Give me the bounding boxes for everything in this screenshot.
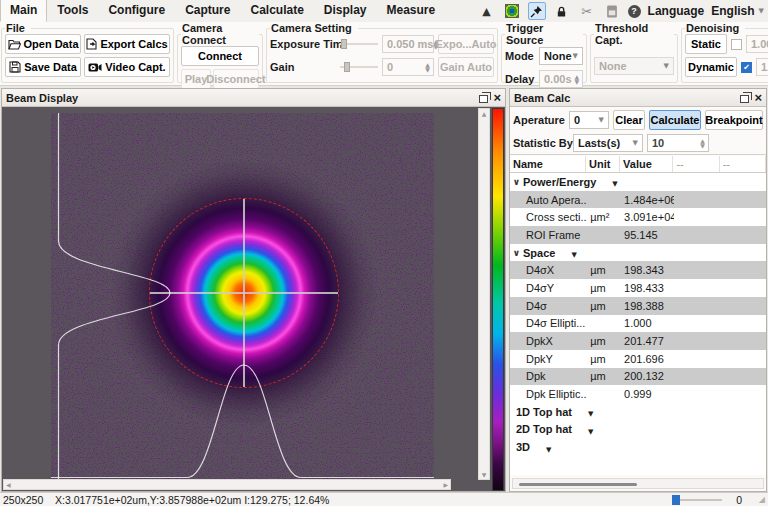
scroll-down-icon[interactable]: ▼ bbox=[482, 471, 487, 478]
cell-value: 200.132 bbox=[621, 370, 674, 382]
static-denoise-checkbox[interactable] bbox=[731, 39, 742, 50]
trigger-delay-spinbox[interactable]: 0.00s ▲▼ bbox=[539, 70, 583, 88]
table-row[interactable]: DpkXµm201.477 bbox=[510, 332, 766, 350]
export-calcs-button[interactable]: Export Calcs bbox=[84, 34, 170, 54]
help-icon[interactable]: ? bbox=[628, 5, 641, 18]
table-row[interactable]: ROI Frame95.145 bbox=[510, 226, 766, 244]
scroll-up-icon[interactable]: ▲ bbox=[482, 110, 487, 117]
group-label: 2D Top hat bbox=[516, 423, 572, 435]
screenshot-cut-icon[interactable]: ✂ bbox=[578, 2, 596, 20]
table-group-row[interactable]: 1D Top hat▼ bbox=[510, 403, 766, 421]
open-data-button[interactable]: Open Data bbox=[5, 34, 81, 54]
col-header-unit[interactable]: Unit bbox=[586, 156, 620, 172]
scroll-right-icon[interactable]: ▶ bbox=[443, 481, 448, 488]
dropdown-caret-icon[interactable]: ▼ bbox=[612, 180, 617, 188]
table-row[interactable]: D4σµm198.388 bbox=[510, 297, 766, 315]
scroll-left-icon[interactable]: ◀ bbox=[6, 481, 11, 488]
table-row[interactable]: DpkYµm201.696 bbox=[510, 350, 766, 368]
menu-tab-main[interactable]: Main bbox=[0, 0, 47, 22]
table-row[interactable]: D4σ Ellipti...1.000 bbox=[510, 315, 766, 333]
table-row[interactable]: Cross secti...µm²3.091e+04 bbox=[510, 208, 766, 226]
dynamic-denoise-spinbox[interactable]: 1.00 ▲▼ bbox=[756, 58, 768, 76]
table-row[interactable]: D4σXµm198.343 bbox=[510, 261, 766, 279]
dynamic-denoise-checkbox[interactable]: ✔ bbox=[741, 62, 752, 73]
spinner-arrows-icon[interactable]: ▲▼ bbox=[572, 74, 582, 84]
restore-window-icon[interactable] bbox=[740, 95, 749, 103]
table-row[interactable]: D4σYµm198.433 bbox=[510, 279, 766, 297]
beam-image[interactable] bbox=[51, 113, 434, 481]
menu-tab-tools[interactable]: Tools bbox=[47, 0, 98, 22]
dynamic-denoise-button[interactable]: Dynamic bbox=[685, 57, 737, 77]
table-group-row[interactable]: 2D Top hat▼ bbox=[510, 421, 766, 439]
spinner-arrows-icon[interactable]: ▲▼ bbox=[697, 138, 708, 148]
video-capture-button[interactable]: Video Capt. bbox=[84, 57, 170, 77]
beam-calc-header[interactable]: Beam Calc × bbox=[510, 89, 766, 107]
clear-button[interactable]: Clear bbox=[613, 110, 645, 130]
dropdown-caret-icon[interactable]: ▼ bbox=[588, 428, 593, 436]
exposure-spinbox[interactable]: 0.050 ms ▲▼ bbox=[382, 35, 434, 53]
col-header-extra1[interactable]: -- bbox=[673, 156, 719, 172]
breakpoint-button[interactable]: Breakpoint bbox=[705, 110, 763, 130]
col-header-value[interactable]: Value bbox=[620, 156, 673, 172]
gain-slider-handle[interactable] bbox=[344, 62, 350, 72]
exposure-slider-handle[interactable] bbox=[341, 39, 347, 49]
expander-icon[interactable]: ∨ bbox=[510, 248, 523, 258]
static-denoise-button[interactable]: Static bbox=[685, 34, 727, 54]
threshold-select[interactable]: None ▼ bbox=[594, 57, 674, 75]
beam-color-icon[interactable] bbox=[503, 2, 521, 20]
gain-slider[interactable] bbox=[340, 60, 378, 74]
lock-icon[interactable] bbox=[553, 2, 571, 20]
static-denoise-value: 1.00 bbox=[751, 38, 768, 50]
table-group-row[interactable]: ∨Power/Energy▼ bbox=[510, 173, 766, 191]
close-icon[interactable]: × bbox=[754, 93, 762, 103]
horizontal-scrollbar[interactable]: ◀▶ bbox=[3, 479, 451, 490]
table-group-row[interactable]: 3D▼ bbox=[510, 438, 766, 456]
menu-tab-display[interactable]: Display bbox=[314, 0, 377, 22]
dropdown-caret-icon[interactable]: ▼ bbox=[546, 446, 551, 454]
trigger-mode-select[interactable]: None ▼ bbox=[539, 47, 583, 65]
connect-button[interactable]: Connect bbox=[181, 46, 259, 66]
spinner-arrows-icon[interactable]: ▲▼ bbox=[422, 62, 433, 72]
menu-tab-measure[interactable]: Measure bbox=[377, 0, 446, 22]
table-row[interactable]: Dpk Elliptic...0.999 bbox=[510, 385, 766, 403]
menu-tab-configure[interactable]: Configure bbox=[98, 0, 175, 22]
table-horizontal-scrollbar[interactable] bbox=[512, 478, 764, 489]
exposure-auto-button[interactable]: Expo...Auto bbox=[438, 34, 494, 54]
statistic-count-spinbox[interactable]: 10 ▲▼ bbox=[647, 134, 709, 152]
col-header-name[interactable]: Name bbox=[510, 156, 586, 172]
menu-tab-capture[interactable]: Capture bbox=[175, 0, 240, 22]
expander-icon[interactable]: ∨ bbox=[510, 177, 523, 187]
table-group-row[interactable]: ∨Space▼ bbox=[510, 244, 766, 262]
zoom-slider-handle[interactable] bbox=[672, 495, 680, 505]
table-row[interactable]: Dpkµm200.132 bbox=[510, 368, 766, 386]
statistic-by-select[interactable]: Lasts(s) ▼ bbox=[573, 134, 643, 152]
beam-color-glyph bbox=[505, 4, 519, 18]
beam-display-header[interactable]: Beam Display × bbox=[2, 89, 505, 107]
image-save-icon[interactable] bbox=[603, 2, 621, 20]
language-select[interactable]: English ▼ bbox=[711, 4, 764, 18]
dropdown-caret-icon[interactable]: ▼ bbox=[571, 251, 576, 259]
calculate-button[interactable]: Calculate bbox=[649, 110, 701, 130]
beam-display-viewport[interactable]: ▲▼ ◀▶ bbox=[2, 107, 505, 491]
resize-grip-icon[interactable]: ◢ bbox=[759, 495, 765, 504]
trigger-mode-value: None bbox=[544, 50, 573, 62]
zoom-slider[interactable] bbox=[672, 499, 722, 501]
exposure-slider[interactable] bbox=[340, 37, 378, 51]
aperature-select[interactable]: 0 ▼ bbox=[569, 111, 609, 129]
static-denoise-spinbox[interactable]: 1.00 ▲▼ bbox=[746, 35, 768, 53]
col-header-extra2[interactable]: -- bbox=[720, 156, 766, 172]
save-data-button[interactable]: Save Data bbox=[5, 57, 81, 77]
cell-name: Dpk Elliptic... bbox=[510, 388, 587, 400]
scrollbar-thumb[interactable] bbox=[519, 483, 637, 486]
disconnect-button[interactable]: Disconnect bbox=[213, 69, 259, 89]
vertical-scrollbar[interactable]: ▲▼ bbox=[478, 108, 490, 480]
dropdown-caret-icon[interactable]: ▼ bbox=[588, 410, 593, 418]
collapse-ribbon-icon[interactable]: ▲ bbox=[478, 2, 496, 20]
table-row[interactable]: Auto Apera...1.484e+06 bbox=[510, 191, 766, 209]
close-icon[interactable]: × bbox=[493, 93, 501, 103]
menu-tab-calculate[interactable]: Calculate bbox=[240, 0, 313, 22]
restore-window-icon[interactable] bbox=[479, 95, 488, 103]
gain-spinbox[interactable]: 0 ▲▼ bbox=[382, 58, 434, 76]
pin-icon[interactable] bbox=[528, 2, 546, 20]
gain-auto-button[interactable]: Gain Auto bbox=[438, 57, 494, 77]
